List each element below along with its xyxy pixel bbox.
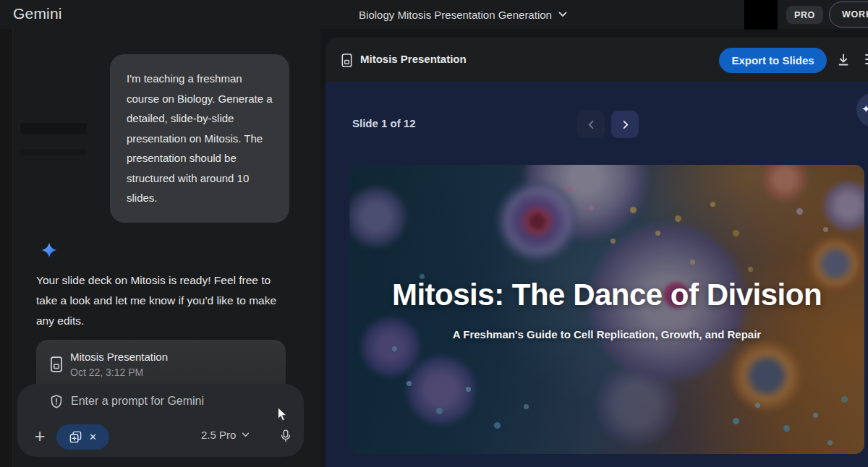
workspace-button[interactable]: WORK	[829, 1, 868, 27]
canvas-header: Mitosis Presentation Export to Slides	[326, 38, 868, 82]
microphone-icon[interactable]	[275, 425, 297, 447]
previous-slide-button[interactable]	[577, 111, 605, 138]
chevron-down-icon	[242, 432, 250, 437]
add-attachment-button[interactable]: +	[29, 425, 51, 447]
canvas-panel: Mitosis Presentation Export to Slides Sl…	[326, 38, 868, 467]
user-message-bubble: I'm teaching a freshman course on Biolog…	[110, 54, 289, 223]
pro-badge: PRO	[786, 6, 823, 24]
canvas-tool-chip[interactable]: ✕	[56, 424, 109, 450]
slide-subtitle: A Freshman's Guide to Cell Replication, …	[349, 328, 864, 340]
canvas-title: Mitosis Presentation	[360, 53, 467, 65]
share-icon-partial[interactable]	[864, 51, 868, 69]
artifact-title: Mitosis Presentation	[70, 351, 168, 363]
next-slide-button[interactable]	[611, 111, 639, 138]
redacted-block	[744, 0, 778, 30]
conversation-title: Biology Mitosis Presentation Generation	[359, 9, 552, 21]
slide-counter: Slide 1 of 12	[352, 117, 416, 129]
chevron-down-icon	[558, 12, 567, 17]
slide-title: Mitosis: The Dance of Division	[349, 278, 864, 312]
prompt-placeholder: Enter a prompt for Gemini	[71, 395, 204, 408]
prompt-input[interactable]: Enter a prompt for Gemini + ✕ 2.5 Pro	[17, 384, 304, 457]
document-icon	[340, 53, 354, 68]
mouse-cursor	[277, 407, 289, 422]
edit-sparkle-fab[interactable]: ✦	[856, 93, 868, 127]
sparkle-icon: ✦	[861, 103, 868, 116]
canvas-icon	[69, 430, 82, 444]
gemini-sparkle-icon	[41, 241, 58, 259]
model-selector[interactable]: 2.5 Pro	[201, 429, 250, 441]
sidebar-faint-item	[20, 149, 87, 155]
assistant-message: Your slide deck on Mitosis is ready! Fee…	[36, 270, 304, 331]
export-to-slides-button[interactable]: Export to Slides	[719, 48, 827, 73]
close-icon[interactable]: ✕	[89, 432, 97, 442]
sidebar-faint-item	[20, 123, 87, 134]
conversation-title-dropdown[interactable]: Biology Mitosis Presentation Generation	[289, 0, 637, 29]
document-icon	[48, 356, 64, 373]
shield-icon	[49, 394, 64, 410]
top-bar: Gemini Biology Mitosis Presentation Gene…	[0, 0, 868, 29]
artifact-timestamp: Oct 22, 3:12 PM	[70, 367, 143, 378]
model-label: 2.5 Pro	[201, 429, 236, 441]
collapsed-sidebar[interactable]	[0, 29, 13, 467]
gemini-logo[interactable]: Gemini	[13, 5, 62, 22]
slide-preview: Mitosis: The Dance of Division A Freshma…	[349, 165, 864, 454]
download-icon[interactable]	[834, 51, 853, 69]
